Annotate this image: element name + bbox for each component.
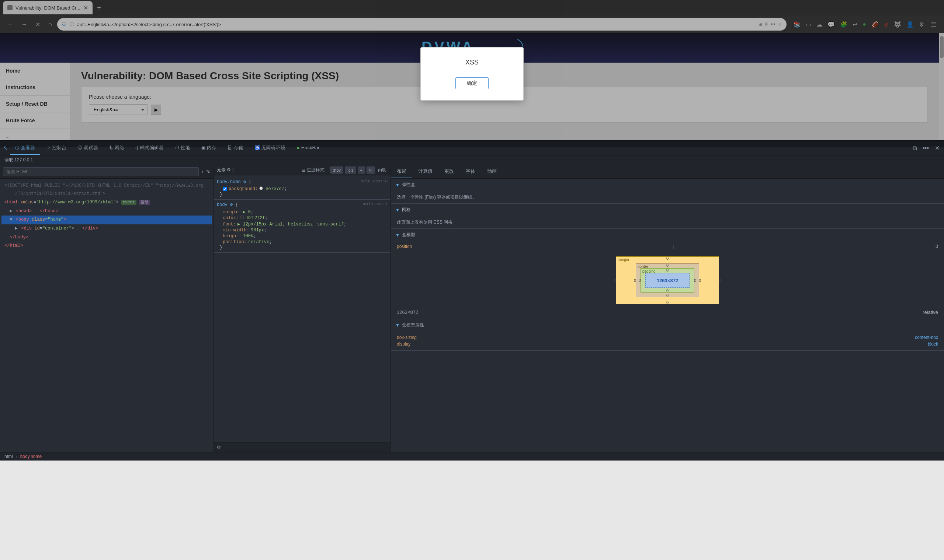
event-badge[interactable]: event bbox=[121, 200, 136, 205]
body-home-selector-text: body.home ⚙ bbox=[217, 179, 246, 185]
border-box: border 0 0 0 0 padding 0 0 0 bbox=[636, 263, 699, 297]
box-prop-display: display block bbox=[397, 341, 938, 348]
box-model-size-row: 1263×872 relative bbox=[397, 309, 938, 316]
css-rule-body-home: main.css:10 body.home ⚙ { background: #e… bbox=[214, 177, 390, 200]
html-search-add-button[interactable]: + bbox=[201, 169, 204, 175]
flexbox-section-header[interactable]: ▼ 弹性盒 bbox=[391, 179, 944, 191]
tree-body-close[interactable]: </body> bbox=[2, 233, 212, 242]
css-prop-minwidth-name: min-width: bbox=[223, 228, 249, 233]
css-panel: 元素 ⚙ { ⊟ 过滤样式 :hov .cls + ⊞ 内联 main.css:… bbox=[214, 165, 391, 452]
css-prop-color-value[interactable]: #2f2f2f bbox=[240, 215, 265, 221]
margin-top-value: 0 bbox=[666, 256, 669, 260]
content-box-size: 1263×872 bbox=[645, 273, 689, 288]
alert-ok-button[interactable]: 确定 bbox=[455, 77, 489, 89]
css-prop-bg-name: background: bbox=[228, 186, 258, 192]
css-rule-body: main.css:1 body ⚙ { margin: ▶ 0; color: bbox=[214, 200, 390, 253]
css-prop-minwidth-value[interactable]: 981px bbox=[251, 228, 264, 233]
layout-tab-computed[interactable]: 计算值 bbox=[412, 165, 438, 178]
layout-tabs: 布局 计算值 更改 字体 动画 bbox=[391, 165, 944, 179]
body-selector-text: body ⚙ bbox=[217, 202, 233, 208]
html-search-pick-button[interactable]: ✎ bbox=[206, 169, 211, 175]
position-type-val: relative bbox=[922, 309, 938, 315]
border-right-value: 0 bbox=[699, 278, 701, 283]
pseudo-add-button[interactable]: + bbox=[358, 166, 365, 174]
flexbox-hint: 选择一个弹性 (Flex) 容器或项目以继续。 bbox=[397, 194, 938, 200]
tree-html-close[interactable]: </html> bbox=[2, 242, 212, 251]
tree-doctype[interactable]: <!DOCTYPE html PUBLIC "-//W3C//DTD XHTML… bbox=[2, 182, 212, 198]
css-filter-icon: ⊟ bbox=[302, 168, 305, 173]
box-sizing-val: content-box bbox=[915, 335, 938, 340]
css-panel-header: 元素 ⚙ { ⊟ 过滤样式 :hov .cls + ⊞ 内联 bbox=[214, 165, 390, 175]
grid-arrow-icon: ▼ bbox=[395, 208, 400, 212]
padding-top-value: 0 bbox=[666, 268, 669, 272]
box-props-content: box-sizing content-box display block bbox=[391, 331, 944, 350]
box-model-title: 盒模型 bbox=[402, 232, 415, 238]
css-prop-position-name: position: bbox=[223, 240, 247, 245]
css-prop-background: background: #e7e7e7 ; bbox=[217, 186, 387, 192]
border-left-value: 0 bbox=[634, 278, 636, 283]
flexbox-arrow-icon: ▼ bbox=[395, 182, 400, 188]
flexbox-title: 弹性盒 bbox=[402, 182, 415, 188]
tree-head[interactable]: ▶ <head> … </head> bbox=[2, 207, 212, 216]
css-prop-position-value[interactable]: relative bbox=[248, 240, 270, 245]
html-search-input[interactable] bbox=[3, 167, 199, 176]
css-prop-margin-value[interactable]: ▶ 0 bbox=[243, 209, 251, 215]
css-prop-height-value[interactable]: 100% bbox=[243, 234, 253, 239]
margin-box: margin 0 0 0 0 border 0 0 0 0 bbox=[616, 257, 719, 304]
pseudo-hov-button[interactable]: :hov bbox=[330, 166, 343, 174]
layout-panel: 布局 计算值 更改 字体 动画 ▼ 弹性盒 选择一个弹性 (Flex) 容器或项… bbox=[391, 165, 944, 452]
css-prop-height: height: 100%; bbox=[217, 233, 387, 239]
box-model-section: ▼ 盒模型 position | 0 margin bbox=[391, 229, 944, 319]
css-source-main10: main.css:10 bbox=[361, 179, 387, 183]
box-props-section: ▼ 盒模型属性 box-sizing content-box display b… bbox=[391, 319, 944, 351]
html-tree: <!DOCTYPE html PUBLIC "-//W3C//DTD XHTML… bbox=[0, 179, 213, 452]
breadcrumb-body[interactable]: body.home bbox=[20, 454, 42, 459]
css-prop-color-name: color: bbox=[223, 215, 239, 221]
color-swatch-dark bbox=[240, 215, 244, 219]
css-selector-body: body ⚙ { bbox=[217, 202, 387, 208]
grid-section-header[interactable]: ▼ 网格 bbox=[391, 204, 944, 216]
tree-body[interactable]: ▼ <body class="home"> bbox=[2, 215, 212, 225]
box-props-arrow-icon: ▼ bbox=[395, 323, 400, 328]
css-source-main1: main.css:1 bbox=[363, 202, 387, 206]
margin-label: margin bbox=[618, 257, 629, 262]
layout-tab-fonts[interactable]: 字体 bbox=[460, 165, 481, 178]
tree-html[interactable]: <html xmlns="http://www.w3.org/1999/xhtm… bbox=[2, 198, 212, 207]
content-size-text: 1263×872 bbox=[657, 278, 678, 283]
padding-bottom-value: 0 bbox=[666, 288, 669, 293]
breadcrumb-html[interactable]: html bbox=[5, 454, 13, 459]
css-prop-color: color: #2f2f2f ; bbox=[217, 215, 387, 221]
border-top-value: 0 bbox=[666, 263, 669, 268]
inner-html-label: 内联 bbox=[376, 166, 387, 174]
css-filter-row: ⊟ 过滤样式 bbox=[302, 167, 324, 173]
breadcrumb-sep: › bbox=[16, 454, 17, 459]
border-bottom-value: 0 bbox=[666, 293, 669, 298]
css-prop-font-value[interactable]: ▶ 12px/15px Arial, Helvetica, sans-serif bbox=[238, 222, 344, 227]
devtools-panel: ↖ ⬡ 查看器 ▷ 控制台 ◎ 调试器 ⇅ 网络 {} 样式编辑器 ⏱ 性能 ◉… bbox=[0, 140, 944, 460]
alert-dialog: XSS 确定 bbox=[420, 47, 524, 101]
layout-tab-layout[interactable]: 布局 bbox=[391, 165, 412, 178]
grid-section-content: 此页面上没有使用 CSS 网格 bbox=[391, 216, 944, 228]
css-prop-bg-checkbox[interactable] bbox=[223, 187, 227, 191]
layout-tab-changes[interactable]: 更改 bbox=[438, 165, 460, 178]
css-filter-label: 过滤样式 bbox=[307, 167, 324, 173]
html-search-bar: + ✎ bbox=[0, 165, 213, 179]
animate-badge[interactable]: 运动 bbox=[139, 200, 150, 205]
devtools-status-bar: 读取 127.0.0.1 bbox=[0, 155, 944, 165]
tree-div-container[interactable]: ▶ <div id="container"> … </div> bbox=[2, 225, 212, 233]
status-text: 读取 127.0.0.1 bbox=[5, 157, 33, 163]
position-key: position bbox=[397, 244, 412, 249]
layout-tab-animations[interactable]: 动画 bbox=[481, 165, 503, 178]
layout-icon-button[interactable]: ⊞ bbox=[367, 166, 375, 174]
grid-title: 网格 bbox=[402, 207, 411, 213]
position-value: 0 bbox=[936, 244, 938, 249]
devtools-body: + ✎ <!DOCTYPE html PUBLIC "-//W3C//DTD X… bbox=[0, 165, 944, 452]
box-model-section-content: position | 0 margin 0 0 0 0 bbox=[391, 241, 944, 319]
box-props-title: 盒模型属性 bbox=[402, 322, 424, 328]
css-prop-bg-value[interactable]: #e7e7e7 bbox=[259, 186, 284, 192]
pseudo-cls-button[interactable]: .cls bbox=[345, 166, 356, 174]
box-model-diagram: margin 0 0 0 0 border 0 0 0 0 bbox=[397, 252, 938, 309]
element-info-text: ⚙ bbox=[217, 445, 221, 450]
box-props-section-header[interactable]: ▼ 盒模型属性 bbox=[391, 319, 944, 331]
box-model-section-header[interactable]: ▼ 盒模型 bbox=[391, 229, 944, 241]
